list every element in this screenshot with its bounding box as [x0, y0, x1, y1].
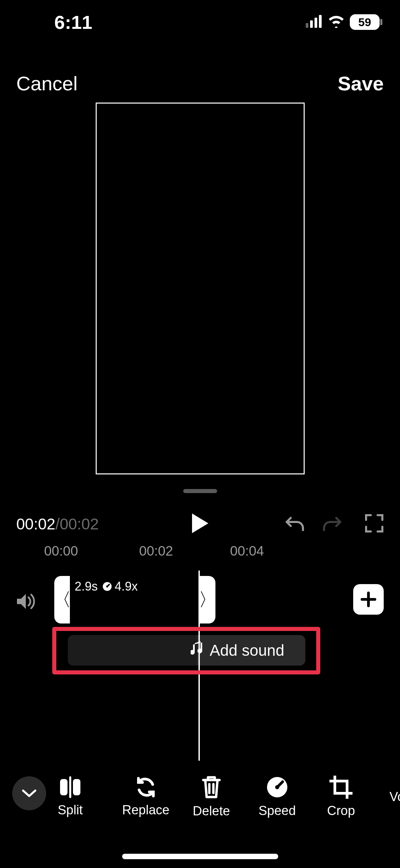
clip-handle-right[interactable]: 〉	[200, 576, 215, 623]
svg-rect-2	[315, 18, 317, 28]
volume-label: Vo	[389, 790, 400, 804]
save-button[interactable]: Save	[338, 72, 384, 95]
trash-icon	[201, 775, 222, 800]
add-sound-button[interactable]: Add sound	[68, 635, 305, 666]
ruler-tick: 00:00	[44, 543, 78, 559]
clip-duration: 2.9s	[75, 579, 98, 620]
svg-point-5	[106, 585, 108, 587]
chevron-down-icon	[22, 789, 37, 798]
volume-tool-button[interactable]: Vo	[389, 790, 400, 804]
status-bar: 6:11 59	[0, 0, 400, 44]
plus-icon	[360, 591, 377, 608]
replace-button[interactable]: Replace	[122, 776, 169, 817]
svg-rect-8	[69, 776, 71, 798]
status-right-cluster: 59	[306, 14, 380, 30]
fullscreen-button[interactable]	[365, 514, 384, 534]
time-display: 00:02/00:02	[16, 515, 99, 533]
status-time: 6:11	[54, 11, 92, 33]
clip-handle-left[interactable]: 〈	[54, 576, 70, 623]
speed-icon	[102, 582, 112, 591]
time-total: 00:02	[60, 515, 99, 533]
add-clip-button[interactable]	[353, 584, 384, 615]
replace-label: Replace	[122, 803, 169, 817]
sound-progress-area	[68, 635, 197, 666]
cancel-button[interactable]: Cancel	[16, 72, 78, 95]
split-icon	[58, 776, 82, 799]
delete-label: Delete	[193, 804, 230, 818]
crop-button[interactable]: Crop	[327, 776, 355, 818]
speed-label: Speed	[259, 803, 296, 818]
nav-bar: Cancel Save	[0, 66, 400, 100]
panel-drag-handle[interactable]	[183, 489, 217, 493]
crop-label: Crop	[327, 803, 355, 818]
svg-point-10	[275, 785, 279, 789]
delete-button[interactable]: Delete	[193, 775, 230, 818]
volume-icon[interactable]	[16, 593, 37, 612]
svg-rect-1	[310, 20, 313, 28]
ruler-tick: 00:04	[230, 543, 264, 559]
split-label: Split	[58, 803, 83, 817]
ruler-tick: 00:02	[139, 543, 173, 559]
svg-rect-3	[319, 15, 322, 28]
split-button[interactable]: Split	[58, 776, 83, 817]
playhead[interactable]	[198, 571, 200, 761]
timeline-ruler[interactable]: 00:00 00:02 00:04	[0, 543, 400, 564]
clip-speed-badge: 4.9x	[102, 579, 138, 594]
svg-rect-6	[60, 779, 68, 795]
clip-body[interactable]: 2.9s 4.9x	[70, 576, 200, 623]
music-note-icon	[191, 641, 204, 660]
add-sound-label: Add sound	[210, 641, 284, 659]
speed-icon	[266, 776, 289, 800]
play-button[interactable]	[191, 513, 210, 535]
collapse-toolbar-button[interactable]	[12, 776, 46, 810]
battery-indicator: 59	[350, 14, 380, 30]
home-indicator	[122, 854, 278, 859]
redo-button[interactable]	[322, 513, 342, 535]
cellular-icon	[306, 15, 323, 29]
edit-toolbar: Split Replace Delete Speed Crop Vo	[0, 766, 400, 827]
time-current: 00:02	[16, 515, 55, 533]
undo-button[interactable]	[285, 513, 305, 535]
svg-rect-0	[306, 23, 308, 28]
video-preview[interactable]	[96, 103, 305, 474]
crop-icon	[329, 776, 353, 800]
playback-controls: 00:02/00:02	[0, 509, 400, 539]
wifi-icon	[327, 15, 345, 29]
svg-rect-7	[73, 779, 80, 795]
video-clip[interactable]: 〈 2.9s 4.9x 〉	[54, 576, 215, 623]
speed-button[interactable]: Speed	[259, 776, 296, 818]
replace-icon	[134, 776, 158, 799]
